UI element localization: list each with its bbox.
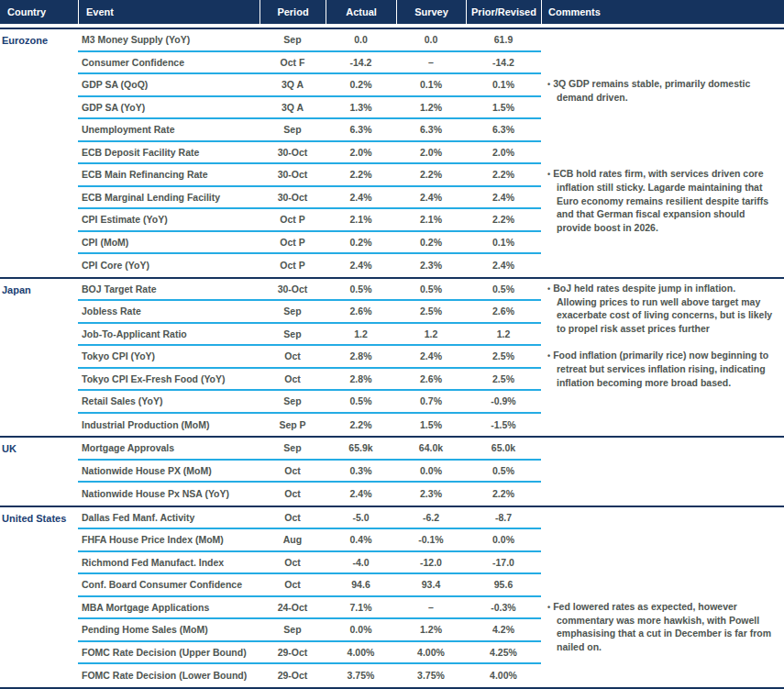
survey-cell: 0.0% bbox=[396, 461, 466, 483]
actual-cell: 0.5% bbox=[326, 391, 396, 414]
actual-cell: 0.0% bbox=[326, 619, 396, 642]
comment-item: •ECB hold rates firm, with services driv… bbox=[541, 167, 775, 234]
actual-cell: 0.2% bbox=[326, 232, 396, 255]
period-cell: Oct P bbox=[259, 209, 326, 232]
table-body: EurozoneM3 Money Supply (YoY)Sep0.00.061… bbox=[0, 29, 784, 689]
actual-cell: 2.1% bbox=[326, 209, 396, 232]
event-cell: GDP SA (YoY) bbox=[78, 97, 259, 120]
period-cell: Sep bbox=[259, 438, 326, 461]
country-spacer-cell bbox=[0, 369, 78, 392]
prior-revised-cell: 4.25% bbox=[466, 642, 541, 665]
actual-cell: 2.4% bbox=[326, 187, 396, 210]
country-spacer-cell bbox=[0, 552, 78, 575]
period-cell: 30-Oct bbox=[259, 187, 326, 210]
survey-cell: -0.1% bbox=[396, 529, 466, 552]
survey-cell: 2.4% bbox=[396, 187, 466, 210]
country-label: United States bbox=[0, 507, 66, 530]
actual-cell: 0.2% bbox=[326, 74, 396, 97]
event-cell: Dallas Fed Manf. Activity bbox=[78, 507, 259, 530]
actual-cell: 94.6 bbox=[326, 574, 396, 597]
prior-revised-cell: 2.2% bbox=[466, 483, 541, 506]
actual-cell: 2.6% bbox=[326, 301, 396, 324]
event-cell: M3 Money Supply (YoY) bbox=[78, 29, 259, 52]
event-cell: BOJ Target Rate bbox=[78, 279, 259, 302]
prior-revised-cell: 0.5% bbox=[466, 279, 541, 302]
actual-cell: 2.8% bbox=[326, 369, 396, 392]
comment-text: 3Q GDP remains stable, primarily domesti… bbox=[553, 78, 750, 103]
actual-cell: 1.2 bbox=[326, 324, 396, 347]
comments-column: •BoJ held rates despite jump in inflatio… bbox=[541, 279, 784, 437]
country-spacer-cell bbox=[0, 74, 78, 97]
actual-cell: 3.75% bbox=[326, 664, 396, 687]
prior-revised-cell: 65.0k bbox=[466, 438, 541, 461]
column-header-period: Period bbox=[259, 0, 326, 24]
period-cell: Oct bbox=[259, 507, 326, 530]
survey-cell: – bbox=[396, 52, 466, 75]
survey-cell: 1.2% bbox=[396, 97, 466, 120]
event-cell: CPI Estimate (YoY) bbox=[78, 209, 259, 232]
comments-column bbox=[541, 438, 784, 506]
prior-revised-cell: -0.9% bbox=[466, 391, 541, 414]
column-header-country: Country bbox=[0, 0, 78, 24]
period-cell: 29-Oct bbox=[259, 642, 326, 665]
actual-cell: 65.9k bbox=[326, 438, 396, 461]
prior-revised-cell: 0.0% bbox=[466, 529, 541, 552]
survey-cell: 2.4% bbox=[396, 346, 466, 369]
event-cell: Jobless Rate bbox=[78, 301, 259, 324]
event-cell: Job-To-Applicant Ratio bbox=[78, 324, 259, 347]
country-spacer-cell bbox=[0, 574, 78, 597]
actual-cell: 2.8% bbox=[326, 346, 396, 369]
prior-revised-cell: 95.6 bbox=[466, 574, 541, 597]
event-cell: ECB Main Refinancing Rate bbox=[78, 164, 259, 187]
period-cell: 30-Oct bbox=[259, 142, 326, 165]
survey-cell: 4.00% bbox=[396, 642, 466, 665]
event-cell: Nationwide House Px NSA (YoY) bbox=[78, 483, 259, 506]
actual-cell: -14.2 bbox=[326, 52, 396, 75]
event-cell: Retail Sales (YoY) bbox=[78, 391, 259, 414]
event-cell: Mortgage Approvals bbox=[78, 438, 259, 461]
comment-item: •BoJ held rates despite jump in inflatio… bbox=[541, 282, 775, 336]
prior-revised-cell: 0.1% bbox=[466, 74, 541, 97]
country-spacer-cell bbox=[0, 232, 78, 255]
period-cell: Oct bbox=[259, 552, 326, 575]
prior-revised-cell: 61.9 bbox=[466, 29, 541, 52]
country-spacer-cell bbox=[0, 187, 78, 210]
prior-revised-cell: -0.3% bbox=[466, 597, 541, 620]
column-header-event: Event bbox=[78, 0, 259, 24]
period-cell: Sep P bbox=[259, 414, 326, 437]
country-spacer-cell bbox=[0, 461, 78, 483]
event-cell: FHFA House Price Index (MoM) bbox=[78, 529, 259, 552]
actual-cell: 0.0 bbox=[326, 29, 396, 52]
actual-cell: 2.2% bbox=[326, 164, 396, 187]
country-spacer-cell bbox=[0, 391, 78, 414]
actual-cell: 2.4% bbox=[326, 254, 396, 277]
prior-revised-cell: 2.5% bbox=[466, 369, 541, 392]
prior-revised-cell: 4.2% bbox=[466, 619, 541, 642]
survey-cell: 2.0% bbox=[396, 142, 466, 165]
comment-text: ECB hold rates firm, with services drive… bbox=[553, 168, 768, 233]
country-section-japan: JapanBOJ Target Rate30-Oct0.5%0.5%0.5%Jo… bbox=[0, 279, 784, 439]
survey-cell: – bbox=[396, 597, 466, 620]
country-spacer-cell bbox=[0, 301, 78, 324]
period-cell: Sep bbox=[259, 324, 326, 347]
actual-cell: 2.0% bbox=[326, 142, 396, 165]
survey-cell: 6.3% bbox=[396, 119, 466, 142]
survey-cell: 0.1% bbox=[396, 74, 466, 97]
prior-revised-cell: -17.0 bbox=[466, 552, 541, 575]
event-cell: Tokyo CPI (YoY) bbox=[78, 346, 259, 369]
period-cell: Oct bbox=[259, 346, 326, 369]
survey-cell: 2.3% bbox=[396, 254, 466, 277]
survey-cell: 0.2% bbox=[396, 232, 466, 255]
survey-cell: 2.6% bbox=[396, 369, 466, 392]
country-spacer-cell bbox=[0, 346, 78, 369]
survey-cell: 64.0k bbox=[396, 438, 466, 461]
actual-cell: -4.0 bbox=[326, 552, 396, 575]
actual-cell: 2.4% bbox=[326, 483, 396, 506]
period-cell: 3Q A bbox=[259, 74, 326, 97]
event-cell: Richmond Fed Manufact. Index bbox=[78, 552, 259, 575]
period-cell: Oct bbox=[259, 461, 326, 483]
country-spacer-cell bbox=[0, 597, 78, 620]
column-header-comments: Comments bbox=[541, 0, 784, 24]
survey-cell: 93.4 bbox=[396, 574, 466, 597]
survey-cell: 1.5% bbox=[396, 414, 466, 437]
